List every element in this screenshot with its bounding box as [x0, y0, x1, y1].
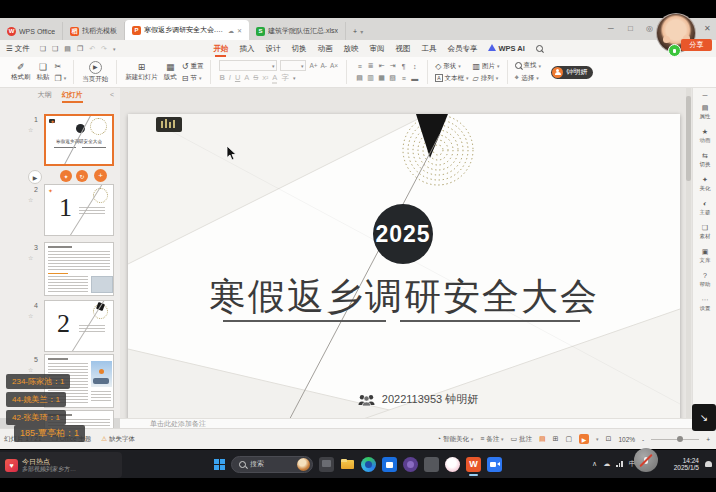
save-icon[interactable]: ❑: [52, 45, 58, 53]
font-name-select[interactable]: ▾: [219, 60, 277, 71]
find-button[interactable]: 查找▾: [515, 61, 542, 70]
menu-tools[interactable]: 工具: [421, 44, 436, 54]
numbering-button[interactable]: ≣: [368, 62, 374, 70]
zoom-out-button[interactable]: -: [642, 436, 644, 443]
align-left-button[interactable]: ▤: [356, 74, 363, 82]
taskbar-search[interactable]: 搜索: [231, 456, 313, 473]
annotation-tool-button[interactable]: ↘: [692, 404, 716, 431]
mic-muted-overlay[interactable]: [634, 448, 658, 472]
superscript-button[interactable]: X²: [262, 75, 268, 81]
sidebar-item-theme[interactable]: ◐主题: [693, 200, 716, 217]
close-window-button[interactable]: ✕: [704, 24, 711, 33]
start-button[interactable]: [214, 459, 225, 470]
tray-notification-icon[interactable]: [705, 461, 712, 467]
char-style-button[interactable]: A: [244, 73, 249, 82]
menu-transition[interactable]: 切换: [291, 44, 306, 54]
sidebar-item-properties[interactable]: ▤属性: [693, 104, 716, 121]
menu-member[interactable]: 会员专享: [447, 44, 477, 54]
taskbar-file-explorer[interactable]: [340, 457, 355, 472]
slide-thumbnail-4[interactable]: 2: [44, 300, 114, 352]
sidebar-item-beautify[interactable]: ✦美化: [693, 176, 716, 193]
tab-slides[interactable]: 幻灯片: [62, 90, 83, 103]
font-color-button[interactable]: A: [272, 73, 277, 84]
view-sorter-button[interactable]: ⊞: [553, 435, 559, 443]
tab-outline[interactable]: 大纲: [38, 90, 52, 103]
tray-clock[interactable]: 14:24 2025/1/5: [674, 457, 699, 472]
justify-button[interactable]: ▧: [389, 74, 396, 82]
taskbar-store[interactable]: [382, 457, 397, 472]
bold-button[interactable]: B: [219, 73, 224, 82]
menu-animation[interactable]: 动画: [317, 44, 332, 54]
arrange-button[interactable]: ▱排列▾: [473, 74, 500, 83]
notes-toggle-button[interactable]: ≡ 备注 ▾: [480, 435, 503, 444]
change-template-button[interactable]: ↻: [76, 170, 88, 182]
menu-slideshow[interactable]: 放映: [343, 44, 358, 54]
view-normal-button[interactable]: ▤: [539, 435, 546, 443]
reset-button[interactable]: ↺重置: [182, 62, 204, 71]
underline-button[interactable]: U: [235, 73, 240, 82]
toolbar-handle[interactable]: ─: [693, 92, 716, 100]
slide-thumbnail-1[interactable]: ✦ 寒假返乡调研安全大会: [44, 114, 114, 166]
tray-expand-icon[interactable]: ∧: [592, 460, 597, 468]
distribute-button[interactable]: ≡: [402, 75, 406, 82]
slide[interactable]: 2025 寒假返乡调研安全大会 2022113953 钟明妍: [128, 114, 680, 426]
menu-wps-ai[interactable]: WPS AI: [488, 44, 524, 53]
zoom-in-button[interactable]: +: [706, 436, 710, 443]
tab-docer-templates[interactable]: 稻 找稻壳模板: [63, 22, 125, 40]
taskbar-app-pink[interactable]: [445, 457, 460, 472]
canvas-scrollbar[interactable]: [686, 88, 691, 418]
new-doc-icon[interactable]: ❏: [40, 45, 46, 53]
taskbar-app-dark[interactable]: [319, 457, 334, 472]
shapes-button[interactable]: ◇形状▾: [435, 62, 468, 71]
tab-spreadsheet[interactable]: S 建筑学院队伍汇总.xlsx: [249, 22, 346, 40]
user-badge[interactable]: 钟明妍: [551, 66, 593, 79]
taskbar-edge[interactable]: [361, 457, 376, 472]
italic-button[interactable]: I: [229, 73, 231, 82]
scrollbar-thumb[interactable]: [686, 96, 691, 181]
insert-slide-button[interactable]: +: [94, 169, 107, 182]
zoom-level[interactable]: 102%: [618, 436, 635, 443]
share-button[interactable]: 分享: [681, 39, 712, 51]
sidebar-item-library[interactable]: ▣文库: [693, 248, 716, 265]
copy-button[interactable]: ❐▾: [55, 74, 67, 83]
font-size-select[interactable]: ▾: [280, 60, 306, 71]
zoom-slider-knob[interactable]: [677, 436, 683, 442]
bullets-button[interactable]: ≡: [358, 63, 362, 70]
beautify-slide-button[interactable]: ✦: [60, 170, 72, 182]
export-icon[interactable]: ❐: [77, 45, 83, 53]
layout-button[interactable]: ▦ 版式: [164, 62, 177, 82]
menu-review[interactable]: 审阅: [369, 44, 384, 54]
slide-thumbnail-3[interactable]: [44, 242, 114, 296]
close-tab-icon[interactable]: ✕: [237, 27, 242, 34]
skin-button[interactable]: ◎: [646, 24, 653, 33]
maximize-button[interactable]: □: [628, 24, 633, 33]
hotspot-toast[interactable]: ♥ 今日热点 多部视频到家乡方…: [0, 452, 122, 478]
highlight-button[interactable]: 字: [281, 73, 289, 83]
search-icon[interactable]: [536, 45, 543, 52]
paragraph-button[interactable]: ¶: [402, 63, 406, 70]
zoom-slider[interactable]: [651, 439, 699, 440]
author-textbox[interactable]: 2022113953 钟明妍: [128, 392, 708, 407]
font-grow-button[interactable]: A+: [309, 62, 317, 69]
tray-network-icon[interactable]: [616, 461, 623, 467]
font-shrink-button[interactable]: A-: [321, 62, 328, 69]
taskbar-app-gray[interactable]: [424, 457, 439, 472]
picture-button[interactable]: ▥图片▾: [473, 62, 500, 71]
view-reading-button[interactable]: ▢: [565, 435, 572, 443]
sidebar-item-help[interactable]: ?帮助: [693, 272, 716, 289]
redo-icon[interactable]: ↷: [101, 45, 107, 53]
sidebar-item-animation[interactable]: ★动画: [693, 128, 716, 145]
menu-view[interactable]: 视图: [395, 44, 410, 54]
sidebar-item-transition[interactable]: ⇆切换: [693, 152, 716, 169]
menu-design[interactable]: 设计: [265, 44, 280, 54]
cut-button[interactable]: ✂: [55, 62, 67, 71]
collapse-panel-icon[interactable]: <: [110, 91, 114, 98]
tab-current-presentation[interactable]: P 寒假返乡调研安全大会.pptx ☁ ✕: [125, 20, 249, 40]
play-slide-button[interactable]: ▶: [28, 170, 42, 184]
new-tab-button[interactable]: + ▾: [346, 22, 370, 40]
slide-thumbnail-2[interactable]: ✦ 1: [44, 184, 114, 236]
file-menu[interactable]: ☰ 文件: [6, 44, 30, 54]
sidebar-item-material[interactable]: ❏素材: [693, 224, 716, 241]
undo-icon[interactable]: ↶: [89, 45, 95, 53]
slide-title-text[interactable]: 寒假返乡调研安全大会: [128, 272, 680, 322]
